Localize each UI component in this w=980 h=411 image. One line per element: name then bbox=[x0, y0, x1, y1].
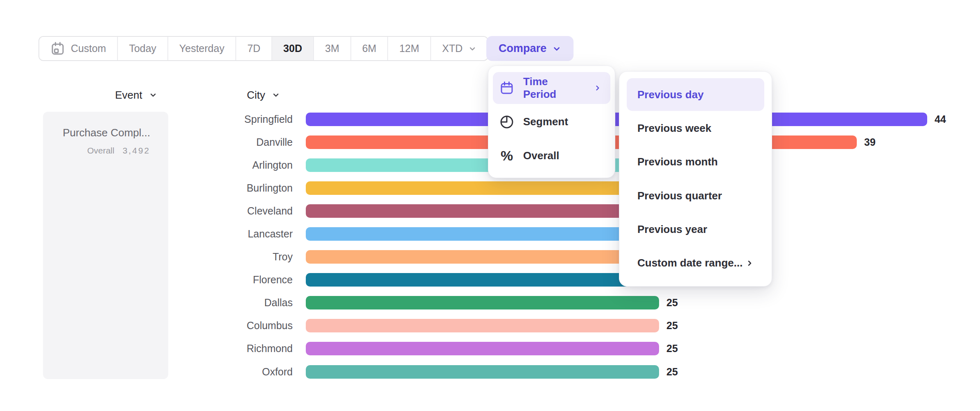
calendar-icon bbox=[50, 41, 65, 56]
submenu-item-label: Previous month bbox=[637, 156, 718, 168]
chart-row-troy: Troy bbox=[0, 246, 980, 269]
bar-springfield[interactable] bbox=[306, 113, 927, 126]
chart-row-burlington: Burlington bbox=[0, 176, 980, 199]
bar-category-label: Columbus bbox=[0, 320, 293, 332]
bar-category-label: Florence bbox=[0, 274, 293, 286]
percent-icon: % bbox=[499, 148, 514, 163]
event-column-label: Event bbox=[115, 89, 142, 102]
city-column-header[interactable]: City bbox=[247, 88, 280, 102]
chart-row-dallas: Dallas25 bbox=[0, 291, 980, 314]
date-range-button-6m[interactable]: 6M bbox=[351, 37, 388, 60]
chart-row-columbus: Columbus25 bbox=[0, 314, 980, 337]
submenu-item-label: Previous week bbox=[637, 122, 711, 135]
submenu-item-label: Previous day bbox=[637, 88, 704, 101]
date-range-button-label: Yesterday bbox=[179, 43, 224, 54]
bar-category-label: Arlington bbox=[0, 159, 293, 171]
bar-category-label: Cleveland bbox=[0, 205, 293, 217]
date-range-button-7d[interactable]: 7D bbox=[236, 37, 272, 60]
city-column-label: City bbox=[247, 89, 265, 102]
calendar-icon bbox=[499, 81, 514, 95]
chevron-down-icon bbox=[149, 91, 157, 99]
compare-menu-item-label: Time Period bbox=[523, 75, 576, 101]
date-range-toolbar: CustomTodayYesterday7D30D3M6M12MXTD bbox=[38, 36, 488, 61]
date-range-button-label: 7D bbox=[247, 43, 260, 54]
chevron-down-icon bbox=[468, 45, 476, 53]
bar-category-label: Danville bbox=[0, 136, 293, 148]
segment-icon bbox=[499, 115, 514, 129]
compare-menu-item-label: Segment bbox=[523, 115, 568, 128]
bar-value-label: 25 bbox=[666, 297, 678, 309]
date-range-button-yesterday[interactable]: Yesterday bbox=[168, 37, 236, 60]
chart-row-oxford: Oxford25 bbox=[0, 360, 980, 383]
submenu-item-previous-month[interactable]: Previous month bbox=[627, 146, 764, 178]
bar-category-label: Lancaster bbox=[0, 228, 293, 240]
date-range-button-custom[interactable]: Custom bbox=[39, 37, 118, 60]
analytics-report-page: CustomTodayYesterday7D30D3M6M12MXTD Comp… bbox=[0, 0, 980, 411]
date-range-button-30d[interactable]: 30D bbox=[272, 37, 314, 60]
event-column-header[interactable]: Event bbox=[115, 88, 157, 102]
bar-category-label: Oxford bbox=[0, 366, 293, 378]
chart-row-florence: Florence bbox=[0, 269, 980, 291]
bar-value-label: 25 bbox=[666, 320, 678, 332]
compare-button-label: Compare bbox=[499, 42, 546, 55]
date-range-button-label: XTD bbox=[442, 43, 463, 54]
bar-value-label: 25 bbox=[666, 343, 678, 355]
bar-category-label: Burlington bbox=[0, 182, 293, 194]
chart-row-richmond: Richmond25 bbox=[0, 337, 980, 360]
date-range-button-label: 6M bbox=[362, 43, 377, 54]
date-range-button-label: 30D bbox=[283, 43, 302, 54]
submenu-item-label: Previous year bbox=[637, 223, 707, 236]
date-range-button-xtd[interactable]: XTD bbox=[431, 37, 488, 60]
compare-menu-item-segment[interactable]: Segment bbox=[493, 106, 610, 138]
bar-value-label: 25 bbox=[666, 366, 678, 378]
date-range-button-label: Custom bbox=[71, 43, 106, 54]
chevron-down-icon bbox=[272, 91, 280, 99]
submenu-item-previous-quarter[interactable]: Previous quarter bbox=[627, 179, 764, 212]
chevron-right-icon bbox=[745, 259, 754, 267]
bar-category-label: Dallas bbox=[0, 297, 293, 309]
chart-row-lancaster: Lancaster bbox=[0, 222, 980, 245]
submenu-item-custom-date-range[interactable]: Custom date range... bbox=[627, 247, 764, 280]
date-range-button-3m[interactable]: 3M bbox=[314, 37, 351, 60]
submenu-item-previous-week[interactable]: Previous week bbox=[627, 112, 764, 145]
bar-category-label: Troy bbox=[0, 251, 293, 263]
bar-richmond[interactable] bbox=[306, 342, 659, 355]
compare-menu-item-time-period[interactable]: Time Period bbox=[493, 72, 610, 104]
date-range-button-12m[interactable]: 12M bbox=[388, 37, 431, 60]
chevron-right-icon bbox=[594, 84, 601, 93]
bar-category-label: Richmond bbox=[0, 343, 293, 355]
compare-menu-item-label: Overall bbox=[523, 149, 559, 162]
date-range-button-today[interactable]: Today bbox=[118, 37, 168, 60]
submenu-item-label: Previous quarter bbox=[637, 190, 722, 202]
bar-dallas[interactable] bbox=[306, 296, 659, 309]
bar-category-label: Springfield bbox=[0, 113, 293, 125]
date-range-button-label: Today bbox=[129, 43, 156, 54]
submenu-item-previous-year[interactable]: Previous year bbox=[627, 213, 764, 246]
date-range-button-label: 3M bbox=[325, 43, 339, 54]
bar-columbus[interactable] bbox=[306, 319, 659, 332]
bar-value-label: 44 bbox=[935, 113, 946, 125]
time-period-submenu: Previous dayPrevious weekPrevious monthP… bbox=[619, 71, 772, 287]
chevron-down-icon bbox=[552, 44, 561, 53]
compare-button[interactable]: Compare bbox=[486, 36, 574, 61]
submenu-item-previous-day[interactable]: Previous day bbox=[627, 78, 764, 111]
date-range-button-label: 12M bbox=[399, 43, 419, 54]
compare-menu: Time PeriodSegment%Overall bbox=[488, 65, 615, 178]
chart-row-cleveland: Cleveland bbox=[0, 199, 980, 222]
submenu-item-label: Custom date range... bbox=[637, 257, 743, 269]
bar-oxford[interactable] bbox=[306, 365, 659, 379]
bar-value-label: 39 bbox=[864, 136, 876, 148]
compare-menu-item-overall[interactable]: %Overall bbox=[493, 140, 610, 172]
